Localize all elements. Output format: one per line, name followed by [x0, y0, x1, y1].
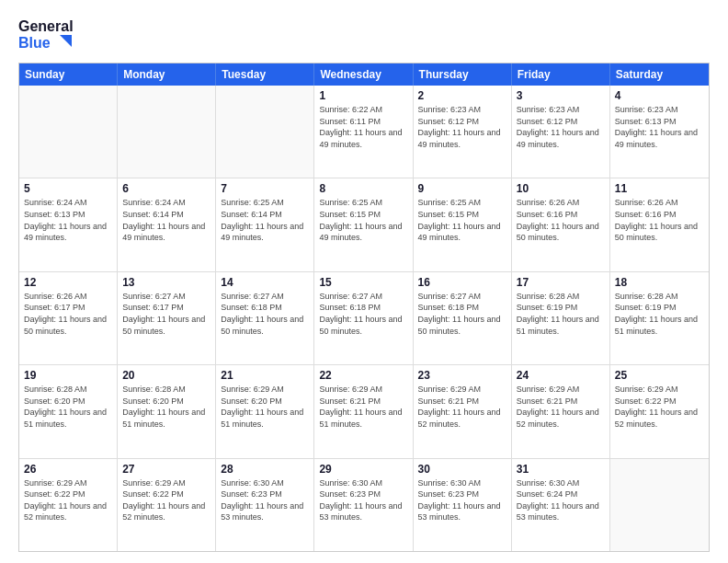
calendar-week-row: 1Sunrise: 6:22 AM Sunset: 6:11 PM Daylig…	[19, 86, 709, 178]
calendar-day-cell: 15Sunrise: 6:27 AM Sunset: 6:18 PM Dayli…	[314, 272, 413, 364]
calendar-day-cell: 26Sunrise: 6:29 AM Sunset: 6:22 PM Dayli…	[19, 459, 118, 551]
calendar-day-cell: 3Sunrise: 6:23 AM Sunset: 6:12 PM Daylig…	[512, 86, 610, 178]
day-info: Sunrise: 6:24 AM Sunset: 6:13 PM Dayligh…	[24, 197, 112, 243]
day-info: Sunrise: 6:30 AM Sunset: 6:23 PM Dayligh…	[319, 477, 407, 523]
logo: GeneralBlue	[18, 15, 74, 53]
calendar-day-cell: 17Sunrise: 6:28 AM Sunset: 6:19 PM Dayli…	[512, 272, 610, 364]
calendar-header-row: SundayMondayTuesdayWednesdayThursdayFrid…	[19, 63, 709, 86]
logo-svg: GeneralBlue	[18, 15, 74, 53]
calendar-day-cell	[216, 86, 314, 178]
calendar-header-cell: Tuesday	[216, 63, 314, 86]
day-number: 4	[615, 89, 704, 102]
calendar-week-row: 26Sunrise: 6:29 AM Sunset: 6:22 PM Dayli…	[19, 459, 709, 551]
day-info: Sunrise: 6:29 AM Sunset: 6:20 PM Dayligh…	[221, 384, 309, 430]
day-info: Sunrise: 6:27 AM Sunset: 6:17 PM Dayligh…	[122, 291, 210, 337]
day-number: 22	[319, 369, 407, 382]
day-info: Sunrise: 6:28 AM Sunset: 6:19 PM Dayligh…	[615, 291, 704, 337]
calendar-week-row: 12Sunrise: 6:26 AM Sunset: 6:17 PM Dayli…	[19, 272, 709, 365]
calendar-day-cell: 25Sunrise: 6:29 AM Sunset: 6:22 PM Dayli…	[610, 365, 709, 457]
calendar-day-cell: 28Sunrise: 6:30 AM Sunset: 6:23 PM Dayli…	[216, 459, 314, 551]
day-number: 13	[122, 276, 210, 289]
calendar-day-cell: 29Sunrise: 6:30 AM Sunset: 6:23 PM Dayli…	[314, 459, 413, 551]
calendar-day-cell: 16Sunrise: 6:27 AM Sunset: 6:18 PM Dayli…	[414, 272, 512, 364]
calendar-week-row: 5Sunrise: 6:24 AM Sunset: 6:13 PM Daylig…	[19, 178, 709, 271]
day-info: Sunrise: 6:26 AM Sunset: 6:16 PM Dayligh…	[615, 197, 704, 243]
day-number: 18	[615, 276, 704, 289]
page: GeneralBlue SundayMondayTuesdayWednesday…	[0, 0, 728, 563]
calendar-day-cell: 8Sunrise: 6:25 AM Sunset: 6:15 PM Daylig…	[314, 178, 413, 270]
day-number: 3	[517, 89, 605, 102]
day-number: 15	[319, 276, 407, 289]
day-info: Sunrise: 6:25 AM Sunset: 6:14 PM Dayligh…	[221, 197, 309, 243]
day-info: Sunrise: 6:27 AM Sunset: 6:18 PM Dayligh…	[319, 291, 407, 337]
day-number: 23	[418, 369, 506, 382]
day-info: Sunrise: 6:29 AM Sunset: 6:22 PM Dayligh…	[615, 384, 704, 430]
calendar-day-cell: 12Sunrise: 6:26 AM Sunset: 6:17 PM Dayli…	[19, 272, 118, 364]
calendar-day-cell: 10Sunrise: 6:26 AM Sunset: 6:16 PM Dayli…	[512, 178, 610, 270]
calendar-day-cell: 7Sunrise: 6:25 AM Sunset: 6:14 PM Daylig…	[216, 178, 314, 270]
day-info: Sunrise: 6:29 AM Sunset: 6:21 PM Dayligh…	[418, 384, 506, 430]
day-info: Sunrise: 6:28 AM Sunset: 6:20 PM Dayligh…	[122, 384, 210, 430]
calendar-day-cell: 24Sunrise: 6:29 AM Sunset: 6:21 PM Dayli…	[512, 365, 610, 457]
day-info: Sunrise: 6:23 AM Sunset: 6:12 PM Dayligh…	[418, 104, 506, 150]
day-number: 31	[517, 463, 605, 476]
day-number: 24	[517, 369, 605, 382]
day-number: 1	[319, 89, 407, 102]
svg-text:General: General	[18, 18, 74, 34]
day-info: Sunrise: 6:24 AM Sunset: 6:14 PM Dayligh…	[122, 197, 210, 243]
day-number: 26	[24, 463, 112, 476]
day-info: Sunrise: 6:29 AM Sunset: 6:21 PM Dayligh…	[319, 384, 407, 430]
day-info: Sunrise: 6:29 AM Sunset: 6:22 PM Dayligh…	[24, 477, 112, 523]
calendar-body: 1Sunrise: 6:22 AM Sunset: 6:11 PM Daylig…	[19, 86, 709, 551]
calendar-day-cell: 20Sunrise: 6:28 AM Sunset: 6:20 PM Dayli…	[118, 365, 216, 457]
calendar-day-cell	[118, 86, 216, 178]
day-info: Sunrise: 6:30 AM Sunset: 6:24 PM Dayligh…	[517, 477, 605, 523]
day-info: Sunrise: 6:27 AM Sunset: 6:18 PM Dayligh…	[418, 291, 506, 337]
day-info: Sunrise: 6:28 AM Sunset: 6:20 PM Dayligh…	[24, 384, 112, 430]
calendar-day-cell: 4Sunrise: 6:23 AM Sunset: 6:13 PM Daylig…	[610, 86, 709, 178]
calendar-day-cell: 14Sunrise: 6:27 AM Sunset: 6:18 PM Dayli…	[216, 272, 314, 364]
day-info: Sunrise: 6:29 AM Sunset: 6:21 PM Dayligh…	[517, 384, 605, 430]
calendar-day-cell: 22Sunrise: 6:29 AM Sunset: 6:21 PM Dayli…	[314, 365, 413, 457]
calendar-day-cell: 11Sunrise: 6:26 AM Sunset: 6:16 PM Dayli…	[610, 178, 709, 270]
day-number: 6	[122, 182, 210, 195]
calendar-day-cell	[19, 86, 118, 178]
calendar-day-cell: 2Sunrise: 6:23 AM Sunset: 6:12 PM Daylig…	[414, 86, 512, 178]
calendar: SundayMondayTuesdayWednesdayThursdayFrid…	[18, 63, 710, 552]
day-number: 9	[418, 182, 506, 195]
calendar-day-cell	[610, 459, 709, 551]
day-number: 21	[221, 369, 309, 382]
day-number: 11	[615, 182, 704, 195]
calendar-day-cell: 31Sunrise: 6:30 AM Sunset: 6:24 PM Dayli…	[512, 459, 610, 551]
day-number: 28	[221, 463, 309, 476]
calendar-day-cell: 6Sunrise: 6:24 AM Sunset: 6:14 PM Daylig…	[118, 178, 216, 270]
day-number: 2	[418, 89, 506, 102]
day-number: 19	[24, 369, 112, 382]
day-info: Sunrise: 6:23 AM Sunset: 6:13 PM Dayligh…	[615, 104, 704, 150]
calendar-header-cell: Friday	[512, 63, 610, 86]
day-number: 17	[517, 276, 605, 289]
day-info: Sunrise: 6:28 AM Sunset: 6:19 PM Dayligh…	[517, 291, 605, 337]
day-info: Sunrise: 6:26 AM Sunset: 6:16 PM Dayligh…	[517, 197, 605, 243]
day-number: 16	[418, 276, 506, 289]
day-info: Sunrise: 6:27 AM Sunset: 6:18 PM Dayligh…	[221, 291, 309, 337]
day-number: 8	[319, 182, 407, 195]
day-number: 12	[24, 276, 112, 289]
svg-marker-2	[60, 35, 72, 47]
day-number: 20	[122, 369, 210, 382]
calendar-day-cell: 27Sunrise: 6:29 AM Sunset: 6:22 PM Dayli…	[118, 459, 216, 551]
day-info: Sunrise: 6:26 AM Sunset: 6:17 PM Dayligh…	[24, 291, 112, 337]
day-number: 30	[418, 463, 506, 476]
day-number: 7	[221, 182, 309, 195]
day-number: 14	[221, 276, 309, 289]
day-number: 29	[319, 463, 407, 476]
day-number: 10	[517, 182, 605, 195]
day-number: 5	[24, 182, 112, 195]
calendar-day-cell: 5Sunrise: 6:24 AM Sunset: 6:13 PM Daylig…	[19, 178, 118, 270]
svg-text:Blue: Blue	[18, 35, 51, 51]
calendar-day-cell: 9Sunrise: 6:25 AM Sunset: 6:15 PM Daylig…	[414, 178, 512, 270]
day-number: 27	[122, 463, 210, 476]
day-info: Sunrise: 6:23 AM Sunset: 6:12 PM Dayligh…	[517, 104, 605, 150]
calendar-day-cell: 1Sunrise: 6:22 AM Sunset: 6:11 PM Daylig…	[314, 86, 413, 178]
day-info: Sunrise: 6:30 AM Sunset: 6:23 PM Dayligh…	[418, 477, 506, 523]
